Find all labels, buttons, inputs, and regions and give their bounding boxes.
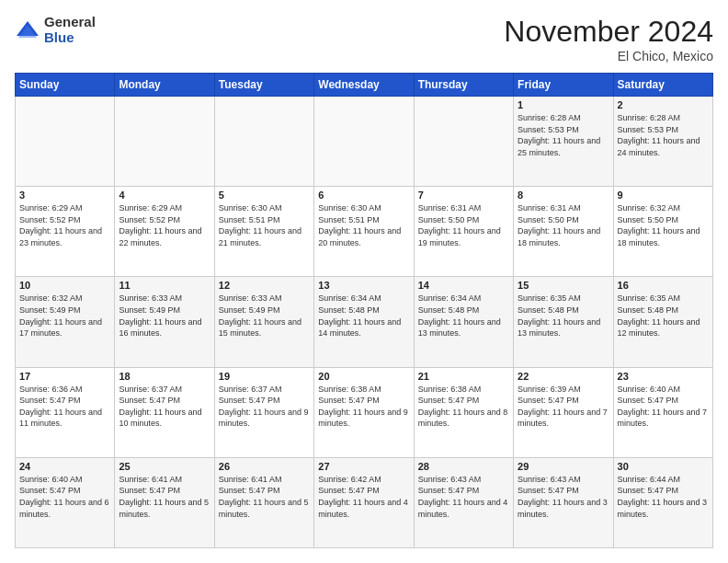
day-number: 10 — [19, 280, 110, 291]
day-cell — [314, 97, 414, 187]
day-number: 11 — [119, 280, 210, 291]
day-cell: 21Sunrise: 6:38 AM Sunset: 5:47 PM Dayli… — [414, 367, 513, 457]
day-info: Sunrise: 6:44 AM Sunset: 5:47 PM Dayligh… — [618, 474, 709, 520]
day-info: Sunrise: 6:41 AM Sunset: 5:47 PM Dayligh… — [219, 474, 310, 520]
day-info: Sunrise: 6:41 AM Sunset: 5:47 PM Dayligh… — [119, 474, 210, 520]
day-number: 20 — [318, 371, 409, 382]
day-cell: 16Sunrise: 6:35 AM Sunset: 5:48 PM Dayli… — [613, 277, 712, 367]
day-info: Sunrise: 6:35 AM Sunset: 5:48 PM Dayligh… — [518, 293, 609, 339]
header-wednesday: Wednesday — [314, 74, 414, 97]
day-number: 14 — [418, 280, 509, 291]
day-cell: 3Sunrise: 6:29 AM Sunset: 5:52 PM Daylig… — [16, 187, 115, 277]
logo-general: General — [44, 15, 96, 30]
day-info: Sunrise: 6:40 AM Sunset: 5:47 PM Dayligh… — [19, 474, 110, 520]
day-number: 21 — [418, 371, 509, 382]
day-cell — [115, 97, 214, 187]
day-info: Sunrise: 6:30 AM Sunset: 5:51 PM Dayligh… — [318, 202, 409, 248]
month-title: November 2024 — [504, 15, 713, 49]
week-row-4: 24Sunrise: 6:40 AM Sunset: 5:47 PM Dayli… — [16, 457, 713, 547]
day-number: 7 — [418, 190, 509, 201]
header-row: SundayMondayTuesdayWednesdayThursdayFrid… — [16, 74, 713, 97]
day-info: Sunrise: 6:31 AM Sunset: 5:50 PM Dayligh… — [418, 202, 509, 248]
day-cell: 4Sunrise: 6:29 AM Sunset: 5:52 PM Daylig… — [115, 187, 214, 277]
logo-icon — [15, 17, 40, 43]
day-number: 19 — [219, 371, 310, 382]
day-info: Sunrise: 6:37 AM Sunset: 5:47 PM Dayligh… — [119, 384, 210, 430]
calendar-body: 1Sunrise: 6:28 AM Sunset: 5:53 PM Daylig… — [16, 97, 713, 548]
day-number: 26 — [219, 461, 310, 472]
header: General Blue November 2024 El Chico, Mex… — [15, 15, 713, 63]
day-number: 27 — [318, 461, 409, 472]
day-info: Sunrise: 6:28 AM Sunset: 5:53 PM Dayligh… — [518, 112, 609, 158]
day-cell: 2Sunrise: 6:28 AM Sunset: 5:53 PM Daylig… — [613, 97, 712, 187]
day-number: 17 — [19, 371, 110, 382]
day-cell: 20Sunrise: 6:38 AM Sunset: 5:47 PM Dayli… — [314, 367, 414, 457]
day-cell: 23Sunrise: 6:40 AM Sunset: 5:47 PM Dayli… — [613, 367, 712, 457]
day-info: Sunrise: 6:40 AM Sunset: 5:47 PM Dayligh… — [618, 384, 709, 430]
day-cell: 30Sunrise: 6:44 AM Sunset: 5:47 PM Dayli… — [613, 457, 712, 547]
day-info: Sunrise: 6:35 AM Sunset: 5:48 PM Dayligh… — [618, 293, 709, 339]
day-number: 30 — [618, 461, 709, 472]
day-cell: 19Sunrise: 6:37 AM Sunset: 5:47 PM Dayli… — [214, 367, 313, 457]
day-number: 23 — [618, 371, 709, 382]
logo-blue: Blue — [44, 30, 96, 46]
calendar-header: SundayMondayTuesdayWednesdayThursdayFrid… — [16, 74, 713, 97]
day-cell: 8Sunrise: 6:31 AM Sunset: 5:50 PM Daylig… — [514, 187, 613, 277]
day-number: 13 — [318, 280, 409, 291]
location: El Chico, Mexico — [504, 49, 713, 63]
day-info: Sunrise: 6:29 AM Sunset: 5:52 PM Dayligh… — [19, 202, 110, 248]
logo: General Blue — [15, 15, 96, 45]
week-row-3: 17Sunrise: 6:36 AM Sunset: 5:47 PM Dayli… — [16, 367, 713, 457]
header-sunday: Sunday — [16, 74, 115, 97]
day-number: 25 — [119, 461, 210, 472]
day-cell: 5Sunrise: 6:30 AM Sunset: 5:51 PM Daylig… — [214, 187, 313, 277]
day-cell — [214, 97, 313, 187]
day-cell — [16, 97, 115, 187]
day-cell: 18Sunrise: 6:37 AM Sunset: 5:47 PM Dayli… — [115, 367, 214, 457]
week-row-0: 1Sunrise: 6:28 AM Sunset: 5:53 PM Daylig… — [16, 97, 713, 187]
page: General Blue November 2024 El Chico, Mex… — [0, 0, 728, 563]
day-cell — [414, 97, 513, 187]
week-row-2: 10Sunrise: 6:32 AM Sunset: 5:49 PM Dayli… — [16, 277, 713, 367]
day-cell: 1Sunrise: 6:28 AM Sunset: 5:53 PM Daylig… — [514, 97, 613, 187]
day-number: 28 — [418, 461, 509, 472]
day-cell: 27Sunrise: 6:42 AM Sunset: 5:47 PM Dayli… — [314, 457, 414, 547]
day-info: Sunrise: 6:43 AM Sunset: 5:47 PM Dayligh… — [418, 474, 509, 520]
day-info: Sunrise: 6:42 AM Sunset: 5:47 PM Dayligh… — [318, 474, 409, 520]
day-info: Sunrise: 6:43 AM Sunset: 5:47 PM Dayligh… — [518, 474, 609, 520]
day-cell: 12Sunrise: 6:33 AM Sunset: 5:49 PM Dayli… — [214, 277, 313, 367]
day-info: Sunrise: 6:29 AM Sunset: 5:52 PM Dayligh… — [119, 202, 210, 248]
day-cell: 28Sunrise: 6:43 AM Sunset: 5:47 PM Dayli… — [414, 457, 513, 547]
day-info: Sunrise: 6:33 AM Sunset: 5:49 PM Dayligh… — [219, 293, 310, 339]
day-info: Sunrise: 6:28 AM Sunset: 5:53 PM Dayligh… — [618, 112, 709, 158]
day-number: 15 — [518, 280, 609, 291]
header-monday: Monday — [115, 74, 214, 97]
header-tuesday: Tuesday — [214, 74, 313, 97]
title-block: November 2024 El Chico, Mexico — [504, 15, 713, 63]
day-info: Sunrise: 6:38 AM Sunset: 5:47 PM Dayligh… — [418, 384, 509, 430]
day-info: Sunrise: 6:34 AM Sunset: 5:48 PM Dayligh… — [418, 293, 509, 339]
day-number: 12 — [219, 280, 310, 291]
logo-text: General Blue — [44, 15, 96, 45]
day-number: 22 — [518, 371, 609, 382]
day-cell: 10Sunrise: 6:32 AM Sunset: 5:49 PM Dayli… — [16, 277, 115, 367]
day-info: Sunrise: 6:34 AM Sunset: 5:48 PM Dayligh… — [318, 293, 409, 339]
day-cell: 7Sunrise: 6:31 AM Sunset: 5:50 PM Daylig… — [414, 187, 513, 277]
day-info: Sunrise: 6:37 AM Sunset: 5:47 PM Dayligh… — [219, 384, 310, 430]
day-number: 16 — [618, 280, 709, 291]
day-number: 6 — [318, 190, 409, 201]
day-cell: 25Sunrise: 6:41 AM Sunset: 5:47 PM Dayli… — [115, 457, 214, 547]
day-info: Sunrise: 6:31 AM Sunset: 5:50 PM Dayligh… — [518, 202, 609, 248]
calendar: SundayMondayTuesdayWednesdayThursdayFrid… — [15, 73, 713, 548]
day-cell: 6Sunrise: 6:30 AM Sunset: 5:51 PM Daylig… — [314, 187, 414, 277]
header-thursday: Thursday — [414, 74, 513, 97]
day-cell: 15Sunrise: 6:35 AM Sunset: 5:48 PM Dayli… — [514, 277, 613, 367]
day-number: 8 — [518, 190, 609, 201]
day-number: 18 — [119, 371, 210, 382]
header-friday: Friday — [514, 74, 613, 97]
day-cell: 29Sunrise: 6:43 AM Sunset: 5:47 PM Dayli… — [514, 457, 613, 547]
day-number: 9 — [618, 190, 709, 201]
day-number: 24 — [19, 461, 110, 472]
day-cell: 24Sunrise: 6:40 AM Sunset: 5:47 PM Dayli… — [16, 457, 115, 547]
day-info: Sunrise: 6:32 AM Sunset: 5:50 PM Dayligh… — [618, 202, 709, 248]
